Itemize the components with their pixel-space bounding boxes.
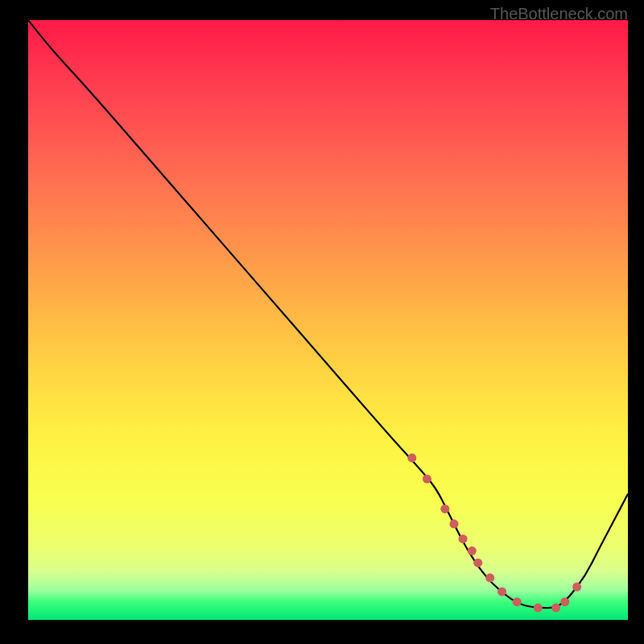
marker-dot [407,453,416,462]
plot-area [28,20,628,620]
marker-dot [473,559,482,568]
marker-dot [572,583,581,592]
curve-svg [28,20,628,620]
marker-dot [534,604,543,613]
marker-dot [459,535,468,543]
marker-dot [449,519,458,528]
marker-dot [551,604,560,613]
bottleneck-curve-line [28,20,628,608]
marker-dot [423,474,431,483]
marker-dot [497,587,506,596]
marker-dot [560,597,569,606]
marker-dot [513,597,522,606]
highlight-markers [407,453,581,612]
chart-container: TheBottleneck.com [0,0,644,644]
marker-dot [468,547,477,555]
marker-dot [440,505,449,514]
marker-dot [485,573,494,582]
